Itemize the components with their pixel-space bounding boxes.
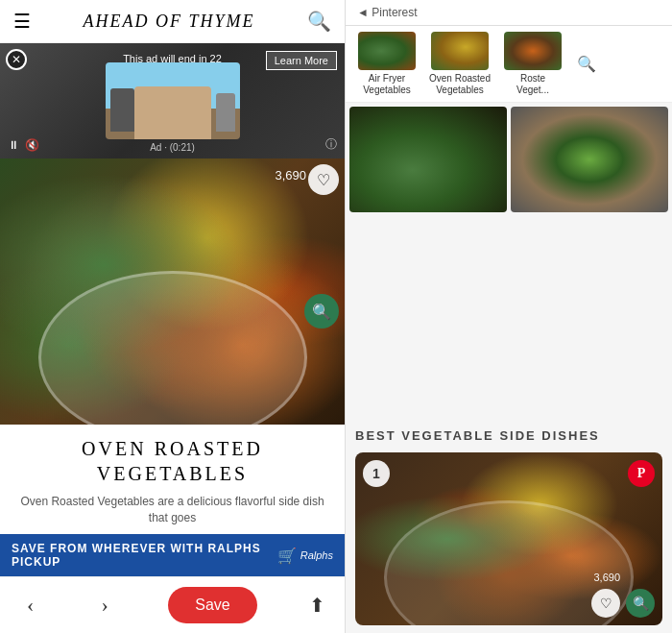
- ad-mute-button[interactable]: 🔇: [25, 138, 39, 153]
- recipe-description: Oven Roasted Vegetables are a delicious …: [15, 494, 329, 526]
- ad-ends-text: This ad will end in 22: [123, 53, 222, 64]
- featured-number: 1: [363, 460, 390, 487]
- ad-person-right: [216, 93, 235, 132]
- pinterest-header: ◄ Pinterest: [346, 0, 672, 26]
- recipe-title: OVEN ROASTED VEGETABLES: [15, 436, 329, 486]
- search-thumb-item-3[interactable]: RosteVeget...: [499, 32, 566, 96]
- featured-save-count: 3,690: [593, 572, 620, 583]
- title-text: AHEAD OF: [84, 12, 182, 31]
- menu-icon[interactable]: ☰: [13, 12, 31, 31]
- search-thumb-item-1[interactable]: Air FryerVegetables: [353, 32, 420, 96]
- ralphs-ad-banner[interactable]: SAVE FROM WHEREVER WITH RALPHS PICKUP 🛒 …: [0, 534, 345, 576]
- search-thumb-item-2[interactable]: Oven RoastedVegetables: [426, 32, 493, 96]
- search-thumb-image-2: [431, 32, 489, 70]
- heart-button-left[interactable]: ♡: [308, 164, 339, 195]
- search-thumb-image-1: [358, 32, 416, 70]
- magnify-icon-featured: 🔍: [633, 596, 649, 612]
- back-button[interactable]: ‹: [19, 589, 41, 621]
- featured-card: 1 P 3,690 ♡ 🔍: [355, 452, 662, 625]
- best-veg-section: BEST VEGETABLE SIDE DISHES 1 P 3,690 ♡ 🔍: [346, 417, 672, 633]
- recipe-info: OVEN ROASTED VEGETABLES Oven Roasted Veg…: [0, 425, 345, 534]
- ralphs-name: Ralphs: [300, 549, 333, 561]
- heart-icon-featured: ♡: [600, 596, 612, 612]
- search-icon-inline[interactable]: 🔍: [572, 32, 601, 96]
- ad-content: This ad will end in 22 Learn More ⏸ 🔇 Ad…: [0, 43, 345, 158]
- share-button[interactable]: ⬆: [309, 594, 325, 617]
- search-thumb-label-2: Oven RoastedVegetables: [429, 73, 491, 96]
- ad-info-icon[interactable]: ⓘ: [325, 136, 337, 153]
- search-thumb-label-3: RosteVeget...: [516, 73, 549, 96]
- heart-icon: ♡: [317, 171, 330, 189]
- ralphs-logo: 🛒 Ralphs: [277, 547, 333, 565]
- grid-food-item-1[interactable]: [349, 107, 507, 212]
- search-thumb-label-1: Air FryerVegetables: [363, 73, 411, 96]
- ad-person-left: [110, 88, 134, 132]
- ad-close-button[interactable]: ✕: [6, 49, 27, 70]
- pinterest-p-icon: P: [637, 466, 646, 481]
- ad-controls: ⏸ 🔇: [8, 138, 39, 153]
- search-icon[interactable]: 🔍: [307, 10, 331, 33]
- search-thumb-image-3: [504, 32, 562, 70]
- ad-timer: Ad · (0:21): [150, 142, 195, 153]
- header: ☰ AHEAD OF THYME 🔍: [0, 0, 345, 43]
- magnify-icon: 🔍: [312, 303, 331, 321]
- food-grid: [346, 103, 672, 216]
- pinterest-icon-card[interactable]: P: [628, 460, 655, 487]
- forward-button[interactable]: ›: [94, 589, 116, 621]
- save-button[interactable]: Save: [168, 587, 256, 623]
- ad-scene-image: [106, 62, 240, 139]
- ralphs-ad-text: SAVE FROM WHEREVER WITH RALPHS PICKUP: [12, 542, 277, 569]
- pinterest-back-button[interactable]: ◄ Pinterest: [357, 6, 418, 19]
- ad-play-button[interactable]: ⏸: [8, 138, 19, 153]
- title-italic: THYME: [188, 12, 254, 31]
- ad-learn-more-button[interactable]: Learn More: [266, 51, 337, 70]
- content-spacer: [346, 216, 672, 417]
- search-row: Air FryerVegetables Oven RoastedVegetabl…: [346, 26, 672, 103]
- ad-overlay: ✕ This ad will end in 22 Learn More ⏸ 🔇 …: [0, 43, 345, 158]
- best-veg-title: BEST VEGETABLE SIDE DISHES: [355, 428, 662, 443]
- featured-magnify-button[interactable]: 🔍: [626, 589, 655, 618]
- recipe-main-image: 3,690 ♡ 🔍: [0, 158, 345, 425]
- bottom-navigation: ‹ › Save ⬆: [0, 576, 345, 633]
- left-panel: ☰ AHEAD OF THYME 🔍 ✕ This ad will end in…: [0, 0, 346, 633]
- featured-heart-button[interactable]: ♡: [591, 589, 620, 618]
- grid-food-item-2[interactable]: [511, 107, 668, 212]
- site-title: AHEAD OF THYME: [84, 12, 255, 32]
- save-count-left: 3,690: [275, 168, 306, 183]
- cart-icon: 🛒: [277, 547, 297, 565]
- right-panel: ◄ Pinterest Air FryerVegetables Oven Roa…: [346, 0, 672, 633]
